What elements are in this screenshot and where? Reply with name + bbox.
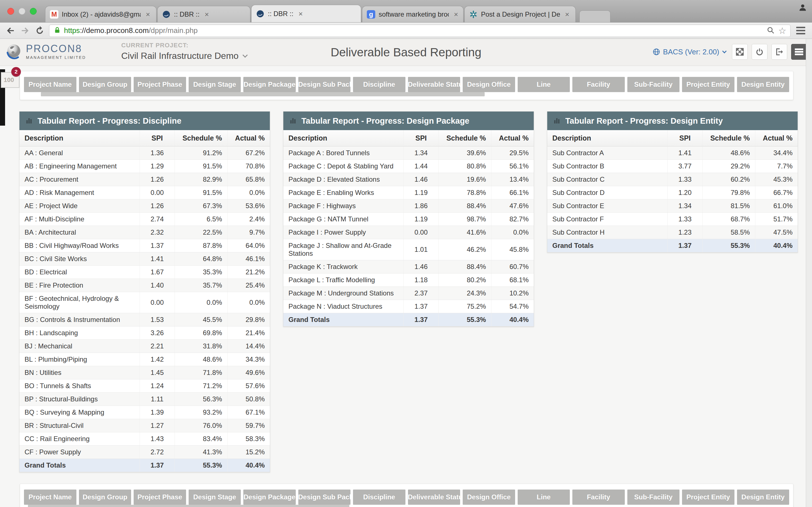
- filter-button[interactable]: Project Entity: [682, 77, 734, 92]
- cell-schedule: 35.3%: [175, 266, 227, 279]
- cell-spi: 0.00: [403, 226, 439, 239]
- filter-button[interactable]: Discipline: [353, 490, 405, 505]
- panel-header: Tabular Report - Progress: Discipline: [19, 112, 270, 130]
- filter-button[interactable]: Project Entity: [682, 490, 734, 505]
- cell-spi: 1.43: [140, 432, 174, 446]
- tab-close-icon[interactable]: ×: [299, 10, 303, 17]
- cell-actual: 82.7%: [491, 213, 534, 226]
- table-row: AA : General 1.36 91.2% 67.2%: [19, 147, 270, 160]
- cell-actual: 51.7%: [755, 213, 798, 226]
- address-bar[interactable]: https://demo.procon8.com/dppr/main.php ☆: [49, 24, 791, 37]
- zoom-window-button[interactable]: [30, 8, 37, 15]
- power-button[interactable]: [752, 44, 767, 60]
- filter-button[interactable]: Design Group: [79, 77, 132, 92]
- filter-bar-top: Project NameDesign GroupProject PhaseDes…: [20, 71, 794, 100]
- filter-button[interactable]: Design Office: [463, 490, 515, 505]
- cell-spi: 2.21: [140, 340, 174, 353]
- cell-schedule: 88.4%: [439, 200, 491, 213]
- filter-button[interactable]: Facility: [572, 77, 625, 92]
- filter-button[interactable]: Project Phase: [134, 77, 186, 92]
- tab-close-icon[interactable]: ×: [205, 11, 209, 18]
- tab-close-icon[interactable]: ×: [565, 11, 569, 18]
- cell-actual: 58.3%: [227, 432, 270, 446]
- browser-tab-google-search[interactable]: g software marketing brochu ×: [362, 6, 463, 22]
- vertical-scrollbar[interactable]: [806, 39, 812, 507]
- filter-button[interactable]: Design Office: [463, 77, 515, 92]
- close-window-button[interactable]: [7, 8, 14, 15]
- tab-close-icon[interactable]: ×: [454, 11, 458, 18]
- filter-button[interactable]: Design Stage: [189, 77, 241, 92]
- table-header-row: Description SPI Schedule % Actual %: [547, 130, 798, 147]
- cell-schedule: 55.3%: [703, 239, 755, 252]
- column-header: Schedule %: [703, 130, 755, 147]
- hamburger-icon: [795, 48, 803, 56]
- sign-out-button[interactable]: [771, 44, 787, 60]
- browser-tab-dbr-1[interactable]: :: DBR :: ×: [157, 6, 250, 22]
- report-panel-design-entity: Tabular Report - Progress: Design Entity…: [547, 111, 798, 252]
- filter-button[interactable]: Project Name: [24, 490, 77, 505]
- tab-list: M Inbox (2) - ajdavids8@gmai × :: DBR ::…: [45, 5, 610, 22]
- forward-icon[interactable]: [20, 25, 31, 36]
- cell-schedule: 46.2%: [439, 239, 491, 260]
- filter-button[interactable]: Deliverable Status: [408, 77, 460, 92]
- table-row: BD : Electrical 1.67 35.3% 21.2%: [19, 266, 270, 279]
- side-widget-value: 100: [4, 76, 14, 83]
- profile-icon[interactable]: [798, 3, 808, 13]
- cell-actual: 47.6%: [491, 200, 534, 213]
- cell-schedule: 64.8%: [175, 252, 227, 266]
- back-icon[interactable]: [5, 25, 16, 36]
- filter-button[interactable]: Line: [518, 77, 570, 92]
- cell-actual: 66.7%: [755, 186, 798, 200]
- filter-button[interactable]: Design Stage: [189, 490, 241, 505]
- filter-button[interactable]: Design Sub Package: [298, 490, 351, 505]
- reload-icon[interactable]: [35, 25, 45, 36]
- filter-button[interactable]: Project Phase: [134, 490, 186, 505]
- url-scheme: https: [64, 26, 80, 35]
- filter-button[interactable]: Design Package: [243, 77, 296, 92]
- filter-button[interactable]: Line: [518, 490, 570, 505]
- horizontal-scrollbar-thumb[interactable]: [41, 92, 485, 96]
- table-row: Sub Contractor B 3.77 29.2% 7.7%: [547, 160, 798, 173]
- filter-button[interactable]: Project Name: [24, 77, 77, 92]
- filter-button[interactable]: Design Group: [79, 490, 132, 505]
- version-selector[interactable]: BACS (Ver: 2.00): [652, 48, 725, 56]
- browser-menu-icon[interactable]: [795, 25, 807, 36]
- cell-schedule: 55.3%: [175, 459, 227, 472]
- cell-description: Package C : Depot & Stabling Yard: [283, 160, 403, 173]
- browser-tab-design-project[interactable]: Post a Design Project | Des ×: [464, 6, 576, 22]
- bookmark-star-icon[interactable]: ☆: [778, 26, 786, 35]
- cell-spi: 2.32: [140, 226, 174, 239]
- cell-actual: 65.8%: [227, 173, 270, 186]
- filter-button[interactable]: Design Package: [243, 490, 296, 505]
- fullscreen-button[interactable]: [732, 44, 748, 60]
- filter-button[interactable]: Discipline: [353, 77, 405, 92]
- cell-spi: 1.20: [667, 186, 702, 200]
- horizontal-scrollbar-thumb[interactable]: [28, 505, 349, 507]
- cell-actual: 40.4%: [755, 239, 798, 252]
- filter-button[interactable]: Design Entity: [737, 77, 790, 92]
- table-row: BE : Fire Protection 1.40 35.7% 25.4%: [19, 279, 270, 292]
- cell-schedule: 48.6%: [703, 147, 755, 160]
- new-tab-button[interactable]: [579, 10, 610, 22]
- minimize-window-button[interactable]: [18, 8, 26, 15]
- browser-tab-gmail[interactable]: M Inbox (2) - ajdavids8@gmai ×: [45, 6, 156, 22]
- tab-close-icon[interactable]: ×: [146, 11, 150, 18]
- filter-button[interactable]: Design Entity: [737, 490, 790, 505]
- column-header: Schedule %: [175, 130, 227, 147]
- zoom-magnifier-icon[interactable]: [766, 26, 775, 36]
- cell-description: BC : Civil Site Works: [19, 252, 140, 266]
- cell-actual: 60.7%: [491, 260, 534, 274]
- filter-button[interactable]: Design Sub Package: [298, 77, 351, 92]
- browser-tab-dbr-active[interactable]: :: DBR :: ×: [251, 5, 361, 22]
- filter-button[interactable]: Deliverable Status: [408, 490, 460, 505]
- column-header: SPI: [140, 130, 174, 147]
- filter-button[interactable]: Sub-Facility: [627, 77, 680, 92]
- cell-actual: 67.2%: [227, 147, 270, 160]
- app-menu-button[interactable]: [791, 44, 807, 60]
- filter-button[interactable]: Sub-Facility: [627, 490, 680, 505]
- tab-title: :: DBR ::: [174, 10, 200, 18]
- filter-button-row: Project NameDesign GroupProject PhaseDes…: [24, 77, 789, 92]
- filter-button[interactable]: Facility: [572, 490, 625, 505]
- cell-schedule: 6.5%: [175, 213, 227, 226]
- cell-spi: 1.46: [403, 260, 439, 274]
